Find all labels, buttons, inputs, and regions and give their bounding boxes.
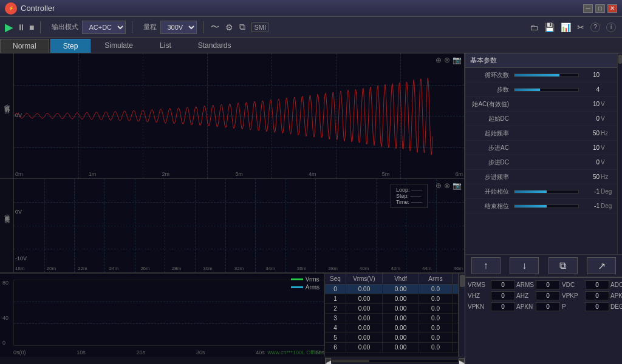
smi-label[interactable]: SMI [251, 22, 268, 32]
settings-icon[interactable]: ⚙ [225, 22, 233, 32]
meas-label-vdc: VDC [562, 281, 584, 288]
param-row-7: 步进频率 50 Hz [465, 170, 617, 184]
tab-standards[interactable]: Standards [185, 38, 244, 53]
meas-value-vrms[interactable] [491, 280, 515, 289]
param-value-6: 0 [581, 159, 600, 166]
arms-legend: Arms [291, 284, 320, 291]
table-row[interactable]: 4 0.00 0.00 0.0 [325, 323, 458, 333]
tab-list[interactable]: List [147, 38, 184, 53]
table-row[interactable]: 1 0.00 0.00 0.0 [325, 294, 458, 304]
measurements-panel: VRMS ARMS VDC ADC VHZ AHZ VPKP APKP VPKN… [465, 278, 622, 314]
param-unit-4: Hz [600, 130, 615, 136]
table-scrollbar[interactable] [459, 274, 465, 357]
table-row[interactable]: 5 0.00 0.00 0.0 [325, 333, 458, 343]
range-select[interactable]: 300V 150V [160, 21, 197, 34]
param-slider-9[interactable] [514, 204, 579, 208]
table-header: Seq Vrms(V) Vhdf Arms [325, 274, 458, 285]
right-panel: 基本参数 循环次数 10 步数 4 始AC(有效值) 10 V 起始DC [465, 53, 622, 364]
camera-icon[interactable]: 📷 [453, 56, 462, 64]
param-rows: 循环次数 10 步数 4 始AC(有效值) 10 V 起始DC 0 V 起始频率… [465, 68, 617, 214]
tab-normal[interactable]: Normal [0, 39, 49, 53]
save-icon[interactable]: 💾 [544, 22, 555, 32]
tab-simulate[interactable]: Simulate [92, 38, 146, 53]
separator-2 [132, 21, 132, 33]
step-label: Step: [396, 193, 409, 199]
top-chart-y-label: 模拟波形 [3, 113, 11, 118]
folder-icon[interactable]: 🗀 [530, 22, 538, 32]
tools-icon[interactable]: ✂ [577, 22, 584, 32]
x-0s: 0s(0) [13, 349, 26, 356]
data-table: Seq Vrms(V) Vhdf Arms 0 0.00 0.00 0.0 1 … [325, 274, 459, 357]
export-icon[interactable]: 📊 [561, 22, 571, 32]
col-vhdf: Vhdf [383, 274, 419, 284]
scroll-left-btn[interactable]: ◀ [325, 358, 331, 364]
bot-zoom-icon[interactable]: ⊗ [444, 181, 450, 190]
restore-button[interactable]: □ [595, 4, 605, 13]
info-icon[interactable]: i [606, 22, 616, 32]
bot-gv-5 [165, 179, 165, 272]
col-seq: Seq [325, 274, 346, 284]
help-icon[interactable]: ? [590, 22, 600, 32]
output-mode-label: 输出模式 [52, 22, 78, 32]
meas-value-vpkn[interactable] [491, 302, 515, 311]
pause-button[interactable]: ⏸ [17, 22, 26, 32]
play-button[interactable]: ▶ [5, 21, 13, 34]
param-unit-9: Deg [600, 203, 615, 209]
bot-y-min: -10V [15, 255, 27, 261]
bot-y-zero: 0V [15, 209, 22, 215]
y-40: 40 [2, 315, 9, 321]
meas-value-apkn[interactable] [536, 302, 560, 311]
params-scrollbar[interactable] [617, 53, 622, 254]
meas-label-vrms: VRMS [468, 281, 490, 288]
col-arms: Arms [419, 274, 453, 284]
meas-value-p[interactable] [585, 302, 609, 311]
copy-icon[interactable]: ⧉ [239, 22, 245, 32]
bot-gv-10 [315, 179, 316, 272]
x-label-2m: 2m [162, 171, 169, 177]
meas-value-ahz[interactable] [536, 291, 560, 300]
param-slider-1[interactable] [514, 88, 579, 92]
tab-step[interactable]: Step [50, 39, 91, 53]
crosshair-icon[interactable]: ⊕ [436, 56, 442, 64]
bot-camera-icon[interactable]: 📷 [453, 181, 462, 190]
param-label-5: 步进AC [468, 144, 511, 152]
param-value-3: 0 [581, 115, 600, 122]
x-40s: 40s [256, 349, 265, 356]
table-row[interactable]: 3 0.00 0.00 0.0 [325, 314, 458, 323]
app-logo: ⚡ [5, 2, 17, 15]
x-label-0m: 0m [15, 171, 23, 177]
action-down-button[interactable]: ↓ [510, 257, 539, 274]
top-chart-icons: ⊕ ⊗ 📷 [436, 56, 462, 64]
param-slider-0[interactable] [514, 73, 579, 77]
meas-label-vpkn: VPKN [468, 303, 490, 310]
bot-gv-14 [436, 179, 437, 272]
zoom-icon[interactable]: ⊗ [444, 56, 450, 64]
param-slider-8[interactable] [514, 190, 579, 194]
stop-button[interactable]: ■ [29, 22, 34, 32]
param-row-3: 起始DC 0 V [465, 112, 617, 126]
param-row-0: 循环次数 10 [465, 68, 617, 83]
arms-legend-label: Arms [306, 284, 320, 291]
table-row[interactable]: 0 0.00 0.00 0.0 [325, 285, 458, 294]
wave-icon[interactable]: 〜 [211, 22, 219, 33]
param-label-9: 结束相位 [468, 202, 511, 211]
minimize-button[interactable]: ─ [583, 4, 593, 13]
scroll-right-btn[interactable]: ▶ [459, 358, 465, 364]
close-button[interactable]: ✕ [607, 4, 617, 13]
table-row[interactable]: 6 0.00 0.00 0.0 [325, 343, 458, 352]
output-mode-select[interactable]: AC+DC AC DC [82, 21, 126, 34]
bot-crosshair-icon[interactable]: ⊕ [436, 181, 442, 190]
meas-value-vpkp[interactable] [585, 291, 609, 300]
meas-value-arms[interactable] [536, 280, 560, 289]
action-up-button[interactable]: ↑ [471, 257, 501, 274]
bot-gv-11 [346, 179, 346, 272]
range-label: 量程 [143, 22, 157, 32]
meas-value-vhz[interactable] [491, 291, 515, 300]
x-20s: 20s [137, 349, 146, 356]
x-label-5m: 5m [382, 171, 390, 177]
action-export-button[interactable]: ↗ [587, 257, 616, 274]
meas-value-vdc[interactable] [585, 280, 609, 289]
table-row[interactable]: 2 0.00 0.00 0.0 [325, 304, 458, 314]
bottom-chart-y-label: 输出波形 [3, 223, 11, 228]
action-copy-button[interactable]: ⧉ [549, 257, 578, 274]
